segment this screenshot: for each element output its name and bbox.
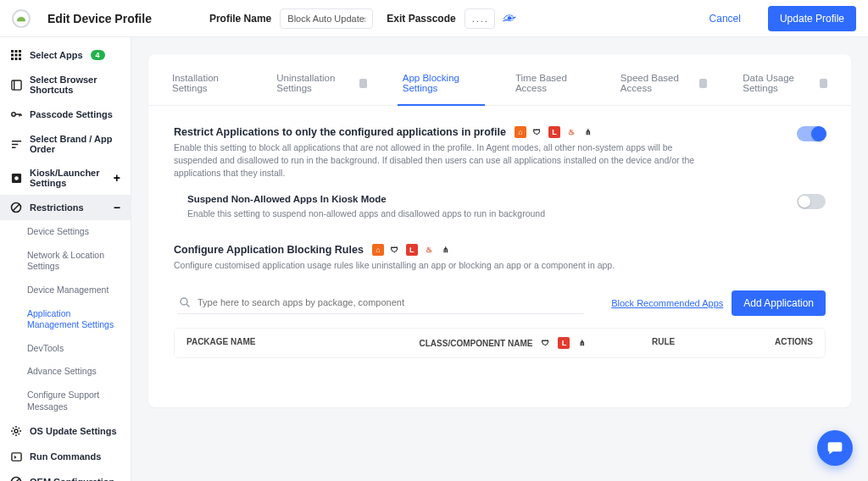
sidebar-item-browser-shortcuts[interactable]: Select Browser Shortcuts <box>0 68 131 102</box>
update-profile-button[interactable]: Update Profile <box>768 6 856 31</box>
sidebar-item-label: Select Apps <box>30 50 83 60</box>
chat-support-button[interactable] <box>817 430 853 466</box>
tree-mode-icon: ⋔ <box>582 126 594 138</box>
settings-panel: Installation Settings Uninstallation Set… <box>148 54 851 407</box>
cancel-button[interactable]: Cancel <box>709 13 741 25</box>
tab-installation-settings[interactable]: Installation Settings <box>172 54 241 105</box>
sidebar-item-oem-config[interactable]: OEM Configuration <box>0 469 131 481</box>
info-badge-icon <box>359 79 367 88</box>
sub-item-devtools[interactable]: DevTools <box>5 337 131 361</box>
sub-item-device-management[interactable]: Device Management <box>5 279 131 302</box>
svg-rect-15 <box>11 453 20 461</box>
sub-item-application-management[interactable]: Application Management Settings <box>5 302 131 337</box>
sidebar-item-restrictions[interactable]: Restrictions − <box>0 195 131 220</box>
sort-icon <box>10 138 22 150</box>
sidebar-item-label: Kiosk/Launcher Settings <box>30 168 106 188</box>
page-title: Edit Device Profile <box>47 12 152 25</box>
svg-rect-3 <box>11 54 14 57</box>
shield-mode-icon: 🛡 <box>531 126 543 138</box>
sidebar-item-select-apps[interactable]: Select Apps 4 <box>0 42 131 68</box>
svg-rect-7 <box>15 58 18 60</box>
sidebar-item-brand-app-order[interactable]: Select Brand / App Order <box>0 127 131 161</box>
tab-time-based-access[interactable]: Time Based Access <box>515 54 585 105</box>
profile-name-field: Profile Name <box>209 8 373 29</box>
col-rule: RULE <box>652 337 745 349</box>
sidebar-item-os-update[interactable]: OS Update Settings <box>0 418 131 444</box>
exit-passcode-label: Exit Passcode <box>387 13 455 25</box>
sidebar-item-label: Restrictions <box>30 202 84 213</box>
exit-passcode-input[interactable] <box>465 8 495 29</box>
topbar: Edit Device Profile Profile Name Exit Pa… <box>0 0 868 37</box>
sub-item-support-messages[interactable]: Configure Support Messages <box>5 384 131 418</box>
fire-mode-icon: ♨ <box>423 244 435 256</box>
section-restrict-apps: Restrict Applications to only the config… <box>174 126 826 220</box>
info-badge-icon <box>820 79 827 88</box>
tab-app-blocking-settings[interactable]: App Blocking Settings <box>403 54 480 105</box>
search-apps-input[interactable] <box>198 297 582 307</box>
svg-rect-1 <box>15 50 18 53</box>
info-badge-icon <box>699 79 707 88</box>
search-icon <box>179 296 191 308</box>
svg-rect-9 <box>11 80 20 89</box>
terminal-icon <box>10 451 22 462</box>
svg-rect-2 <box>19 50 21 53</box>
svg-rect-6 <box>11 58 14 60</box>
profile-name-input[interactable] <box>280 8 373 29</box>
chat-icon <box>826 440 843 456</box>
add-application-button[interactable]: Add Application <box>732 290 826 316</box>
block-icon <box>10 202 22 213</box>
apps-count-badge: 4 <box>91 50 105 60</box>
sidebar-item-passcode-settings[interactable]: Passcode Settings <box>0 102 131 127</box>
sidebar-item-label: OS Update Settings <box>30 426 117 436</box>
shield-mode-icon: 🛡 <box>389 244 401 256</box>
blocking-rules-desc: Configure customised application usage r… <box>174 259 699 272</box>
launcher-icon <box>10 172 22 184</box>
expand-icon[interactable]: + <box>114 172 120 184</box>
sidebar: Select Apps 4 Select Browser Shortcuts P… <box>0 37 131 481</box>
toggle-passcode-visibility-icon[interactable]: 👁 <box>504 12 515 25</box>
sidebar-item-kiosk-launcher[interactable]: Kiosk/Launcher Settings + <box>0 161 131 195</box>
key-icon <box>10 108 22 120</box>
shield-mode-icon: 🛡 <box>539 337 551 349</box>
sidebar-item-label: Select Browser Shortcuts <box>30 75 120 95</box>
col-class-component: CLASS/COMPONENT NAME 🛡 L ⋔ <box>420 337 653 349</box>
sub-item-network-location[interactable]: Network & Location Settings <box>5 244 131 279</box>
svg-point-12 <box>14 176 19 180</box>
tab-uninstallation-settings[interactable]: Uninstallation Settings <box>276 54 367 105</box>
section-blocking-rules: Configure Application Blocking Rules ⌂ 🛡… <box>174 244 826 358</box>
sub-item-device-settings[interactable]: Device Settings <box>5 220 131 244</box>
collapse-icon[interactable]: − <box>114 202 120 213</box>
search-apps-field[interactable] <box>177 293 584 314</box>
table-header: PACKAGE NAME CLASS/COMPONENT NAME 🛡 L ⋔ … <box>175 329 825 357</box>
restrict-apps-toggle[interactable] <box>797 126 826 141</box>
block-icon <box>10 476 22 481</box>
fire-mode-icon: ♨ <box>565 126 577 138</box>
block-recommended-apps-link[interactable]: Block Recommended Apps <box>611 298 723 308</box>
blocking-rules-table: PACKAGE NAME CLASS/COMPONENT NAME 🛡 L ⋔ … <box>174 328 826 358</box>
apps-grid-icon <box>10 49 22 61</box>
tab-data-usage-settings[interactable]: Data Usage Settings <box>743 54 827 105</box>
svg-rect-5 <box>19 54 21 57</box>
suspend-apps-toggle[interactable] <box>797 194 826 209</box>
home-mode-icon: ⌂ <box>372 244 384 256</box>
blocking-rules-title: Configure Application Blocking Rules <box>174 244 364 256</box>
sub-item-advance-settings[interactable]: Advance Settings <box>5 360 131 384</box>
svg-rect-8 <box>19 58 21 60</box>
brand-logo <box>12 9 31 28</box>
restrict-apps-title: Restrict Applications to only the config… <box>174 126 506 138</box>
restrictions-sublist: Device Settings Network & Location Setti… <box>0 220 131 418</box>
sidebar-item-label: Passcode Settings <box>30 109 113 119</box>
suspend-apps-title: Suspend Non-Allowed Apps In Kiosk Mode <box>187 194 387 204</box>
main-content: Installation Settings Uninstallation Set… <box>131 37 868 481</box>
mode-badges: ⌂ 🛡 L ♨ ⋔ <box>372 244 452 256</box>
tab-speed-based-access[interactable]: Speed Based Access <box>620 54 707 105</box>
sidebar-item-label: Run Commands <box>30 451 101 462</box>
l-mode-icon: L <box>548 126 560 138</box>
l-mode-icon: L <box>558 337 570 349</box>
svg-point-14 <box>14 429 18 433</box>
l-mode-icon: L <box>406 244 418 256</box>
sidebar-item-run-commands[interactable]: Run Commands <box>0 444 131 469</box>
suspend-apps-desc: Enable this setting to suspend non-allow… <box>187 207 545 220</box>
sidebar-item-label: Select Brand / App Order <box>30 134 120 154</box>
svg-rect-0 <box>11 50 14 53</box>
